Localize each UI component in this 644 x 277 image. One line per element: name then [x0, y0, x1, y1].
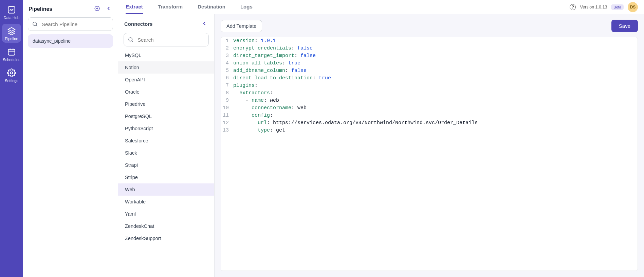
connector-item[interactable]: MySQL	[118, 49, 214, 61]
connector-item[interactable]: ZendeskSupport	[118, 232, 214, 244]
code-line[interactable]: 6direct_load_to_destination: true	[221, 75, 638, 82]
connector-item[interactable]: PostgreSQL	[118, 110, 214, 122]
code-line[interactable]: 8 extractors:	[221, 90, 638, 97]
tab-extract[interactable]: Extract	[126, 0, 143, 14]
help-icon[interactable]: ?	[570, 4, 576, 10]
svg-point-2	[11, 72, 13, 74]
connector-item[interactable]: PythonScript	[118, 122, 214, 135]
code-line[interactable]: 7plugins:	[221, 82, 638, 90]
svg-point-5	[129, 38, 132, 41]
nav-label: Pipeline	[5, 37, 18, 41]
line-number: 1	[221, 37, 231, 45]
code-content[interactable]: type: get	[231, 127, 285, 134]
nav-label: Data Hub	[4, 16, 19, 20]
editor-area: Add Template Save 1version: 1.0.12encryp…	[215, 14, 644, 277]
connector-item[interactable]: Pipedrive	[118, 98, 214, 110]
main-nav: Data Hub Pipeline Schedules Settings	[0, 0, 23, 277]
connector-item[interactable]: Slack	[118, 147, 214, 159]
line-number: 7	[221, 82, 231, 90]
code-content[interactable]: - name: web	[231, 97, 279, 104]
code-content[interactable]: union_all_tables: true	[231, 60, 300, 67]
pipelines-title: Pipelines	[29, 6, 52, 12]
tab-logs[interactable]: Logs	[240, 0, 253, 14]
connector-item[interactable]: Strapi	[118, 159, 214, 171]
connector-item[interactable]: Notion	[118, 61, 214, 74]
code-line[interactable]: 1version: 1.0.1	[221, 37, 638, 45]
collapse-connectors-button[interactable]	[201, 20, 208, 28]
collapse-pipelines-button[interactable]	[105, 5, 112, 13]
line-number: 8	[221, 90, 231, 97]
code-editor[interactable]: 1version: 1.0.12encrypt_credentials: fal…	[221, 37, 638, 271]
nav-item-data-hub[interactable]: Data Hub	[2, 3, 21, 22]
line-number: 5	[221, 67, 231, 75]
pipeline-search	[28, 17, 113, 31]
connector-item[interactable]: ZendeskChat	[118, 220, 214, 232]
connector-search-input[interactable]	[124, 33, 209, 46]
nav-label: Schedules	[3, 58, 20, 62]
code-content[interactable]: encrypt_credentials: false	[231, 45, 313, 52]
beta-badge: Beta	[611, 4, 624, 10]
code-content[interactable]: config:	[231, 112, 273, 119]
pipeline-search-input[interactable]	[28, 17, 113, 31]
connector-item[interactable]: Yaml	[118, 208, 214, 220]
tabs: ExtractTransformDestinationLogs	[118, 0, 253, 14]
nav-item-settings[interactable]: Settings	[2, 66, 21, 85]
code-content[interactable]: version: 1.0.1	[231, 37, 276, 45]
search-icon	[128, 37, 134, 43]
nav-item-pipeline[interactable]: Pipeline	[2, 24, 21, 43]
avatar[interactable]: DS	[628, 2, 638, 12]
line-number: 9	[221, 97, 231, 104]
gear-icon	[7, 68, 16, 77]
connector-list[interactable]: MySQLNotionOpenAPIOraclePipedrivePostgre…	[118, 49, 214, 277]
code-line[interactable]: 13 type: get	[221, 127, 638, 134]
line-number: 6	[221, 75, 231, 82]
svg-rect-1	[8, 49, 15, 55]
top-bar: ExtractTransformDestinationLogs ? Versio…	[118, 0, 644, 14]
connector-item[interactable]: Stripe	[118, 171, 214, 183]
connector-item[interactable]: Salesforce	[118, 135, 214, 147]
code-line[interactable]: 5add_dbname_column: false	[221, 67, 638, 75]
code-content[interactable]: direct_load_to_destination: true	[231, 75, 331, 82]
code-line[interactable]: 4union_all_tables: true	[221, 60, 638, 67]
connector-item[interactable]: Web	[118, 183, 214, 196]
connector-item[interactable]: Oracle	[118, 86, 214, 98]
connector-item[interactable]: Workable	[118, 196, 214, 208]
line-number: 2	[221, 45, 231, 52]
connectors-title: Connectors	[124, 21, 152, 27]
search-icon	[32, 21, 38, 27]
main-area: ExtractTransformDestinationLogs ? Versio…	[118, 0, 644, 277]
pipeline-item[interactable]: datasync_pipeline	[28, 34, 113, 48]
code-content[interactable]: extractors:	[231, 90, 273, 97]
layers-icon	[7, 26, 16, 35]
add-template-button[interactable]: Add Template	[221, 20, 262, 32]
code-content[interactable]: connectorname: Web	[231, 104, 307, 112]
line-number: 3	[221, 52, 231, 60]
connector-search	[124, 33, 209, 46]
tab-transform[interactable]: Transform	[158, 0, 183, 14]
line-number: 4	[221, 60, 231, 67]
add-pipeline-button[interactable]	[93, 5, 101, 13]
plus-circle-icon	[94, 5, 100, 12]
code-line[interactable]: 11 config:	[221, 112, 638, 119]
code-line[interactable]: 9 - name: web	[221, 97, 638, 104]
code-line[interactable]: 3direct_target_import: false	[221, 52, 638, 60]
code-line[interactable]: 10 connectorname: Web	[221, 104, 638, 112]
line-number: 13	[221, 127, 231, 134]
code-content[interactable]: url: https://services.odata.org/V4/North…	[231, 119, 478, 127]
save-button[interactable]: Save	[611, 20, 638, 32]
chart-icon	[7, 5, 16, 14]
nav-item-schedules[interactable]: Schedules	[2, 45, 21, 64]
code-line[interactable]: 2encrypt_credentials: false	[221, 45, 638, 52]
line-number: 11	[221, 112, 231, 119]
nav-label: Settings	[5, 79, 18, 83]
code-content[interactable]: add_dbname_column: false	[231, 67, 307, 75]
connectors-panel: Connectors MySQLNotionOpenAPIOraclePiped…	[118, 14, 215, 277]
code-line[interactable]: 12 url: https://services.odata.org/V4/No…	[221, 119, 638, 127]
tab-destination[interactable]: Destination	[198, 0, 225, 14]
pipelines-panel: Pipelines datasync_pipeline	[23, 0, 118, 277]
svg-point-4	[33, 22, 37, 26]
code-content[interactable]: plugins:	[231, 82, 258, 90]
chevron-left-icon	[106, 5, 112, 12]
connector-item[interactable]: OpenAPI	[118, 74, 214, 86]
code-content[interactable]: direct_target_import: false	[231, 52, 316, 60]
